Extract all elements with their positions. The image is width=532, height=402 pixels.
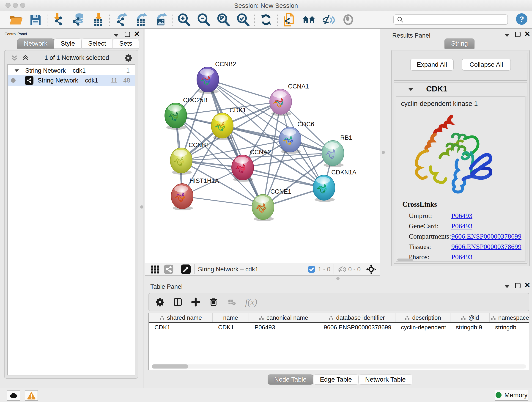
float-results-icon[interactable] [515,32,520,37]
close-table-icon[interactable]: ✕ [524,282,530,288]
left-splitter-grip[interactable] [140,205,143,209]
edge-HIST1H1A-CCNE1[interactable] [182,196,263,207]
save-session-icon[interactable] [26,12,45,27]
node-CDC25B[interactable]: CDC25B [165,97,208,130]
tab-style[interactable]: Style [54,38,82,49]
node-label-HIST1H1A: HIST1H1A [190,177,219,184]
column-header-description[interactable]: description [395,313,450,322]
delete-column-trash-icon[interactable] [209,298,218,307]
warning-button[interactable] [25,390,38,401]
collapse-all-button[interactable]: Collapse All [462,59,511,70]
table-cell[interactable]: P06493 [249,323,318,332]
node-CDK1[interactable]: CDK1 [211,107,246,140]
edge-CCNB2-CCNA1[interactable] [208,80,281,102]
table-cell[interactable]: stringdb:9... [450,323,490,332]
export-table-icon[interactable] [131,12,151,27]
table-cell[interactable]: CDK1 [149,323,213,332]
zoom-selected-icon[interactable] [233,12,253,27]
column-header--id[interactable]: @id [450,313,490,322]
expand-all-networks-icon[interactable] [22,54,29,62]
network-document-icon[interactable] [279,12,299,27]
crosslink-value-link[interactable]: 9606.ENSP00000378699 [451,243,521,250]
node-CDKN1A[interactable]: CDKN1A [313,169,356,202]
tab-sets[interactable]: Sets [113,38,139,49]
column-header-shared-name[interactable]: shared name [149,313,213,322]
export-network-icon[interactable] [111,12,131,27]
refresh-icon[interactable] [256,12,276,27]
table-cell[interactable]: cyclin-dependent ... [395,323,450,332]
results-vscrollbar[interactable] [525,96,526,262]
close-panel-icon[interactable]: ✕ [134,31,140,37]
zoom-out-icon[interactable] [194,12,213,27]
network-options-gear-icon[interactable] [124,54,133,62]
tab-select[interactable]: Select [82,38,113,49]
crosslink-value-link[interactable]: P06493 [451,253,472,261]
tab-node-table[interactable]: Node Table [268,375,313,385]
results-hscrollbar[interactable] [397,259,413,261]
column-header-name[interactable]: name [213,313,249,322]
tab-network-table[interactable]: Network Table [359,375,412,385]
tab-edge-table[interactable]: Edge Table [313,375,359,385]
hide-eye-icon[interactable] [319,12,338,27]
table-settings-gear-icon[interactable] [155,298,165,307]
network-collection-row[interactable]: String Network – cdk1 1 [8,65,135,75]
memory-button[interactable]: Memory [495,390,528,401]
view-share-icon[interactable] [164,264,174,274]
zoom-fit-icon[interactable] [213,12,233,27]
table-hscrollbar-thumb[interactable] [152,364,188,369]
export-image-icon[interactable] [151,12,171,27]
cloud-button[interactable] [7,390,20,401]
network-row-selected[interactable]: String Network – cdk1 11 48 [8,75,135,86]
node-RB1[interactable]: RB1 [322,134,352,167]
collapse-panel-icon[interactable] [114,34,119,37]
help-button[interactable]: ? [516,13,527,25]
node-CDC6[interactable]: CDC6 [279,121,314,154]
birdseye-home-icon[interactable] [299,12,319,27]
node-CCNA1[interactable]: CCNA1 [270,83,309,116]
expand-all-button[interactable]: Expand All [410,59,454,70]
fit-content-crosshair-icon[interactable] [366,264,377,275]
tree-expand-icon[interactable] [15,69,19,72]
node-HIST1H1A[interactable]: HIST1H1A [171,177,219,211]
crosslink-value-link[interactable]: P06493 [451,222,472,230]
view-grid-icon[interactable] [150,264,160,274]
birdseye-view-icon[interactable] [181,264,191,274]
import-table-icon[interactable] [88,12,108,27]
results-tab-string[interactable]: String [444,38,475,49]
table-cell[interactable]: stringdb [490,323,529,332]
network-collection-label: String Network – cdk1 [25,67,86,74]
cdk1-collapse-icon[interactable] [408,88,413,91]
table-cell[interactable]: 9606.ENSP00000378699 [318,323,395,332]
right-splitter-grip[interactable] [382,151,385,154]
zoom-in-icon[interactable] [174,12,194,27]
show-eye-icon[interactable] [338,12,358,27]
float-table-icon[interactable] [515,283,520,288]
collapse-results-icon[interactable] [505,34,510,37]
column-header-canonical-name[interactable]: canonical name [249,313,318,322]
tab-network[interactable]: Network [17,38,54,49]
collapse-all-networks-icon[interactable] [11,54,18,62]
create-column-plus-icon[interactable] [191,298,200,307]
close-results-icon[interactable]: ✕ [524,31,530,37]
import-database-icon[interactable] [69,12,88,27]
node-CCNB2[interactable]: CCNB2 [197,61,236,94]
column-header-namespace[interactable]: namespace [490,313,529,322]
table-hscrollbar-track[interactable] [152,364,526,369]
node-CCNE1[interactable]: CCNE1 [252,188,291,221]
open-session-icon[interactable] [6,12,26,27]
edge-CCNB2-CCNE1[interactable] [208,80,263,207]
bottom-splitter-grip[interactable] [336,277,340,280]
crosslink-value-link[interactable]: P06493 [451,212,472,220]
search-field[interactable] [393,14,508,25]
show-columns-icon[interactable] [173,298,182,307]
float-panel-icon[interactable] [125,32,130,37]
search-input[interactable] [406,16,505,23]
column-header-database-identifier[interactable]: database identifier [318,313,395,322]
import-network-icon[interactable] [49,12,69,27]
collapse-table-icon[interactable] [505,285,510,288]
selected-checkbox-icon[interactable] [307,265,316,274]
network-canvas[interactable]: CCNB2CCNA1CDC25BCDK1CDC6RB1CCNB1CCNA2CDK… [145,29,380,263]
crosslink-value-link[interactable]: 9606.ENSP00000378699 [451,232,521,240]
table-row[interactable]: CDK1CDK1P064939606.ENSP00000378699cyclin… [149,323,529,332]
table-cell[interactable]: CDK1 [213,323,249,332]
